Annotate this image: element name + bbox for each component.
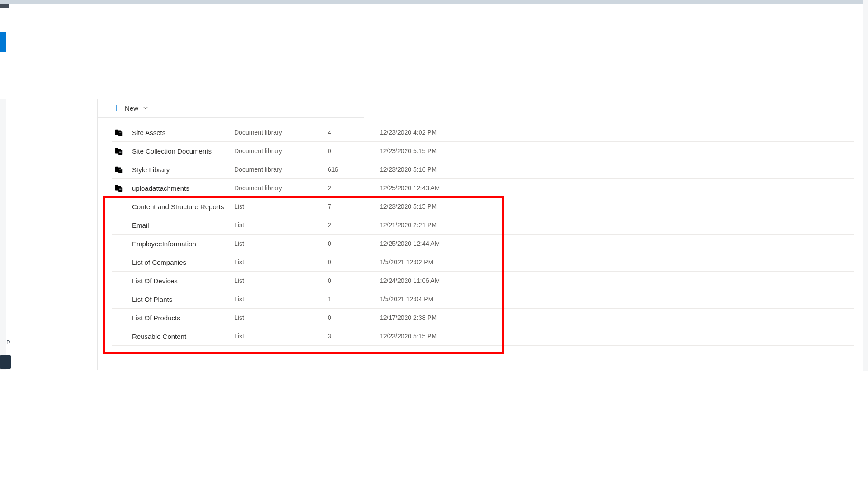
document-library-icon — [112, 165, 132, 174]
background-left-badge — [0, 355, 11, 369]
item-name[interactable]: List Of Products — [132, 314, 234, 322]
item-type: List — [234, 240, 328, 247]
item-type: List — [234, 221, 328, 229]
item-name[interactable]: Content and Structure Reports — [132, 203, 234, 211]
list-icon — [112, 202, 132, 211]
table-row[interactable]: List of CompaniesList01/5/2021 12:02 PM — [112, 253, 854, 272]
list-icon — [112, 239, 132, 248]
document-library-icon — [112, 128, 132, 136]
chevron-down-icon — [143, 105, 148, 111]
table-row[interactable]: List Of DevicesList012/24/2020 11:06 AM — [112, 272, 854, 290]
item-count: 2 — [328, 221, 380, 229]
background-left-label: P — [6, 339, 10, 346]
background-left-accent — [0, 32, 6, 52]
list-icon — [112, 277, 132, 285]
table-row[interactable]: List Of ProductsList012/17/2020 2:38 PM — [112, 309, 854, 327]
new-button-label: New — [125, 104, 138, 112]
item-modified: 12/17/2020 2:38 PM — [380, 314, 515, 321]
item-modified: 1/5/2021 12:04 PM — [380, 296, 515, 303]
table-row[interactable]: Content and Structure ReportsList712/23/… — [112, 197, 854, 216]
item-type: List — [234, 258, 328, 266]
item-count: 7 — [328, 203, 380, 210]
background-left-nav-strip — [0, 99, 6, 370]
plus-icon — [113, 104, 120, 112]
table-row[interactable]: Site Collection DocumentsDocument librar… — [112, 142, 854, 160]
item-modified: 12/21/2020 2:21 PM — [380, 221, 515, 229]
document-library-icon — [112, 147, 132, 155]
item-type: Document library — [234, 147, 328, 155]
item-name[interactable]: Site Assets — [132, 129, 234, 136]
table-row[interactable]: EmployeeInformationList012/25/2020 12:44… — [112, 235, 854, 253]
background-tab-fragment — [0, 4, 9, 8]
item-type: List — [234, 277, 328, 284]
item-type: List — [234, 203, 328, 210]
item-type: List — [234, 314, 328, 321]
item-count: 1 — [328, 296, 380, 303]
item-type: Document library — [234, 166, 328, 173]
item-count: 4 — [328, 129, 380, 136]
background-top-strip — [0, 0, 868, 4]
item-modified: 12/25/2020 12:44 AM — [380, 240, 515, 247]
item-count: 2 — [328, 184, 380, 192]
item-modified: 12/23/2020 5:15 PM — [380, 333, 515, 340]
item-name[interactable]: Site Collection Documents — [132, 147, 234, 155]
item-type: List — [234, 333, 328, 340]
document-library-icon — [112, 184, 132, 192]
item-modified: 12/23/2020 5:15 PM — [380, 203, 515, 210]
new-button[interactable]: New — [110, 103, 151, 114]
list-icon — [112, 295, 132, 303]
table-row[interactable]: EmailList212/21/2020 2:21 PM — [112, 216, 854, 235]
item-count: 3 — [328, 333, 380, 340]
item-count: 0 — [328, 258, 380, 266]
list-icon — [112, 221, 132, 229]
list-icon — [112, 314, 132, 322]
table-row[interactable]: List Of PlantsList11/5/2021 12:04 PM — [112, 290, 854, 309]
table-row[interactable]: Style LibraryDocument library61612/23/20… — [112, 160, 854, 179]
table-row[interactable]: Reusable ContentList312/23/2020 5:15 PM — [112, 327, 854, 346]
table-row[interactable]: uploadattachmentsDocument library212/25/… — [112, 179, 854, 197]
item-name[interactable]: List of Companies — [132, 258, 234, 266]
item-modified: 12/24/2020 11:06 AM — [380, 277, 515, 284]
item-count: 0 — [328, 277, 380, 284]
item-name[interactable]: EmployeeInformation — [132, 240, 234, 248]
item-type: List — [234, 296, 328, 303]
leftnav-divider — [97, 99, 98, 370]
item-count: 0 — [328, 147, 380, 155]
item-modified: 12/23/2020 4:02 PM — [380, 129, 515, 136]
site-contents-list: Site AssetsDocument library412/23/2020 4… — [112, 123, 854, 346]
item-type: Document library — [234, 184, 328, 192]
item-type: Document library — [234, 129, 328, 136]
item-modified: 1/5/2021 12:02 PM — [380, 258, 515, 266]
background-right-strip — [863, 0, 868, 371]
item-name[interactable]: List Of Plants — [132, 296, 234, 303]
list-icon — [112, 258, 132, 266]
item-modified: 12/23/2020 5:15 PM — [380, 147, 515, 155]
item-count: 0 — [328, 240, 380, 247]
item-name[interactable]: uploadattachments — [132, 184, 234, 192]
item-modified: 12/25/2020 12:43 AM — [380, 184, 515, 192]
item-name[interactable]: Reusable Content — [132, 333, 234, 340]
list-icon — [112, 332, 132, 340]
table-row[interactable]: Site AssetsDocument library412/23/2020 4… — [112, 123, 854, 142]
item-name[interactable]: Style Library — [132, 166, 234, 174]
item-count: 616 — [328, 166, 380, 173]
item-count: 0 — [328, 314, 380, 321]
item-name[interactable]: List Of Devices — [132, 277, 234, 285]
toolbar: New — [98, 99, 364, 118]
item-name[interactable]: Email — [132, 221, 234, 229]
item-modified: 12/23/2020 5:16 PM — [380, 166, 515, 173]
